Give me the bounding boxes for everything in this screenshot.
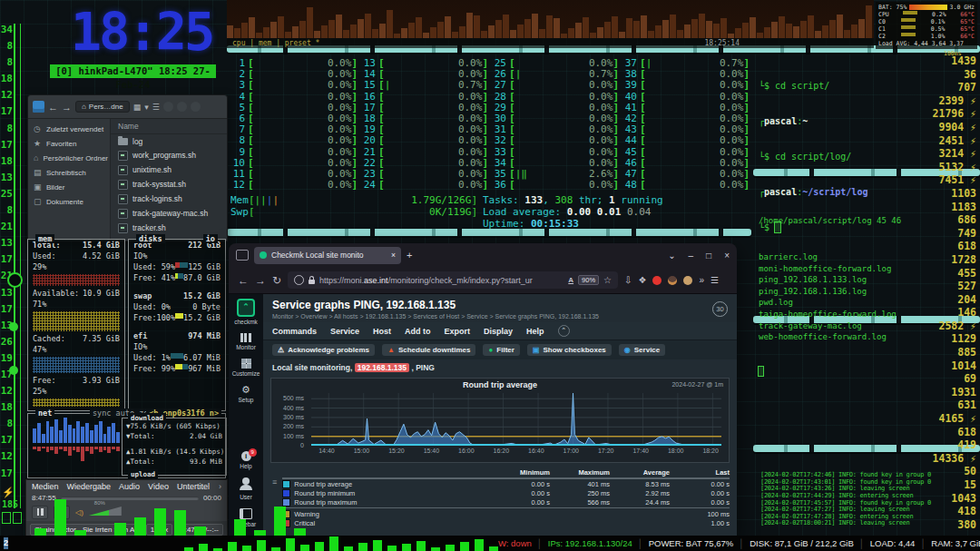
sidebar-item[interactable]: ◷Zuletzt verwendet: [28, 122, 110, 136]
rail-item-customize[interactable]: Customize: [232, 359, 260, 377]
menu-item[interactable]: Host: [373, 327, 391, 336]
container-tab-icon[interactable]: [683, 276, 692, 285]
mem-free-label: Free:: [33, 376, 56, 385]
menu-item[interactable]: Audio: [119, 482, 140, 491]
net-widget-title: net: [35, 408, 54, 418]
checkmk-menubar: CommandsServiceHostAdd toExportDisplayHe…: [263, 322, 737, 340]
forward-button[interactable]: →: [255, 274, 266, 287]
sidebar-item[interactable]: ▤Schreibtisch: [28, 165, 110, 180]
browser-tab[interactable]: Checkmk Local site monito ×: [254, 247, 401, 264]
rail-item-setup[interactable]: ⚙Setup: [239, 385, 254, 403]
sidebar-item[interactable]: ★Favoriten: [28, 136, 110, 151]
maximize-button[interactable]: □: [706, 251, 711, 261]
terminal-line: └$ cd script/log/: [759, 151, 867, 162]
url-bar[interactable]: https://moni.ase.int/monitoring/check_mk…: [288, 271, 618, 289]
action-button[interactable]: ◉Service: [619, 344, 665, 356]
zoom-level-badge[interactable]: 90%: [578, 275, 599, 285]
window-button[interactable]: [191, 102, 201, 112]
extension-icon[interactable]: ❖: [638, 275, 646, 285]
search-icon[interactable]: [163, 102, 173, 112]
sidebar-item[interactable]: ⌂Persönlicher Ordner: [28, 151, 110, 165]
sidebar-item[interactable]: ▣Bilder: [28, 180, 110, 194]
action-button[interactable]: ●Filter: [483, 344, 519, 356]
right-number: 69: [918, 372, 976, 386]
mem-avail-pct: 71%: [33, 300, 46, 309]
file-row-folder[interactable]: log: [111, 134, 227, 148]
menu-item[interactable]: Service: [330, 327, 359, 336]
disk-efi-size: 974 MiB: [188, 331, 220, 340]
tab-close-icon[interactable]: ×: [391, 251, 396, 260]
host-badge[interactable]: 192.168.1.135: [355, 363, 409, 372]
hamburger-menu-icon[interactable]: ☰: [710, 275, 719, 285]
forward-button[interactable]: →: [62, 102, 72, 113]
tab-overview-icon[interactable]: [236, 250, 249, 261]
lock-icon: [309, 280, 315, 284]
workspace-badge[interactable]: 2: [4, 537, 8, 549]
menu-item[interactable]: Wiedergabe: [67, 482, 112, 491]
window-button[interactable]: [177, 102, 187, 112]
checkmk-logo[interactable]: ⌃checkmk: [234, 299, 258, 325]
grid-view-icon[interactable]: ▦: [133, 103, 142, 112]
mem-widget: mem Total:15.4 GiB Used:4.52 GiB 29% Ava…: [27, 239, 125, 411]
cpu-temp-row: C10.5%65°C: [878, 25, 975, 33]
rail-label: Setup: [239, 397, 254, 403]
reload-button[interactable]: ↻: [272, 274, 281, 287]
load-status[interactable]: LOAD: 4,44: [870, 538, 916, 548]
translate-icon[interactable]: A: [568, 276, 573, 284]
breadcrumb[interactable]: ⌂Pers…dne: [75, 101, 130, 113]
back-button[interactable]: ←: [238, 274, 249, 287]
rail-label: Monitor: [236, 344, 256, 350]
menu-item[interactable]: Help: [526, 327, 544, 336]
list-view-icon[interactable]: ☰: [152, 103, 160, 112]
right-number: 419: [918, 438, 976, 452]
file-row[interactable]: track-sysstat.sh: [111, 177, 227, 192]
window-list-icon[interactable]: ⌄: [668, 251, 675, 261]
menu-overflow-icon[interactable]: ›: [219, 482, 221, 491]
new-tab-button[interactable]: +: [407, 250, 412, 261]
column-header-name[interactable]: Name: [111, 119, 227, 134]
action-button[interactable]: ⚠Acknowledge problems: [272, 344, 375, 356]
mem-cached-graph: [33, 357, 120, 373]
minimize-button[interactable]: –: [689, 251, 694, 261]
action-button[interactable]: ▲Schedule downtimes: [382, 344, 476, 356]
file-row[interactable]: track-gateway-mac.sh: [111, 206, 227, 221]
file-row[interactable]: track-logins.sh: [111, 192, 227, 206]
menu-item[interactable]: Untertitel: [177, 482, 210, 491]
left-filled-circle: [9, 322, 18, 331]
disk-swap-used-label: Used: 0%: [133, 302, 171, 311]
ip-status[interactable]: IPs: 192.168.1.130/24: [548, 538, 632, 548]
header-counter-badge[interactable]: 30: [712, 301, 728, 317]
menu-item[interactable]: Add to: [405, 327, 431, 336]
tracking-shield-icon[interactable]: [294, 275, 304, 285]
file-row[interactable]: tracker.sh: [111, 221, 227, 235]
left-number: 17: [0, 466, 13, 482]
rail-item-help[interactable]: i9Help: [240, 451, 251, 469]
wifi-status[interactable]: W: down: [498, 538, 532, 548]
menu-item[interactable]: Export: [445, 327, 471, 336]
menu-item[interactable]: Video: [148, 482, 169, 491]
ublock-icon[interactable]: [652, 276, 662, 285]
sidebar-item[interactable]: ▢Dokumente: [28, 194, 110, 209]
addon-icon[interactable]: [668, 276, 677, 285]
chevron-down-icon[interactable]: ▾: [144, 103, 149, 112]
collapse-menu-icon[interactable]: ⌃: [558, 325, 570, 337]
power-status[interactable]: POWER: BAT 75,67%: [649, 538, 734, 548]
downloads-icon[interactable]: ⇩: [624, 275, 632, 285]
close-button[interactable]: ×: [724, 251, 730, 261]
menu-item[interactable]: Commands: [272, 327, 317, 336]
menu-item[interactable]: Display: [484, 327, 513, 336]
action-button[interactable]: ▣Show checkboxes: [527, 344, 612, 356]
menu-item[interactable]: Medien: [32, 482, 59, 491]
file-row[interactable]: work_programs.sh: [111, 148, 227, 162]
bookmark-star-icon[interactable]: ☆: [603, 275, 612, 285]
right-number: 2399 ⚡: [918, 94, 976, 108]
action-button-label: Filter: [496, 346, 514, 354]
rail-item-monitor[interactable]: Monitor: [236, 333, 256, 350]
back-button[interactable]: ←: [48, 102, 58, 113]
file-row[interactable]: unixtime.sh: [111, 162, 227, 177]
ram-status[interactable]: RAM: 3,7 GiB / 11,0 GiB: [931, 538, 980, 548]
overflow-chevron-icon[interactable]: »: [699, 275, 704, 285]
terminal-cursor[interactable]: █: [759, 367, 763, 376]
disk-status[interactable]: DISK: 87,1 GiB / 212,2 GiB: [750, 538, 854, 548]
breadcrumb[interactable]: Monitor > Overview > All hosts > 192.168…: [272, 313, 728, 320]
